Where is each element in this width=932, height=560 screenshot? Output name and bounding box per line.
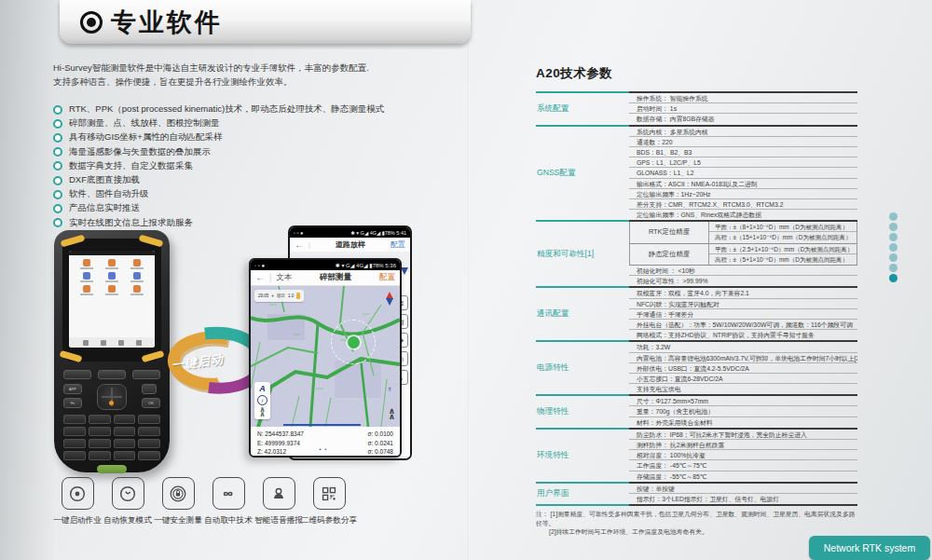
spec-sublabel: 静态定位精度 <box>629 244 709 265</box>
spec-row: 存储温度： -55℃～85℃ <box>629 471 857 482</box>
spec-note: [2]持续工作时间与工作环境、工作温度及电池寿命有关。 <box>536 527 857 537</box>
dot <box>889 243 898 252</box>
voice-person-icon <box>263 477 295 510</box>
coordinate-values: N: 2544537.8347 E: 499999.9374 Z: 42.031… <box>257 430 304 458</box>
spec-row: 防尘防水： IP68；可抗2米水下暂时浸泡，完全防止粉尘进入 <box>629 430 857 440</box>
device-dpad <box>97 384 127 410</box>
lightbulb-icon: ♁ <box>384 384 395 397</box>
feature-text: RTK、PPK（post processed kinematic)技术，即动态后… <box>69 103 384 116</box>
device-key <box>89 451 111 460</box>
device-key <box>89 427 111 436</box>
spec-row: 定位输出频率：GNS、Rinex双格式静态数据 <box>629 210 857 220</box>
feature-badge: 一键启动作业 <box>52 477 103 526</box>
feature-text: 碎部测量、点、线放样、图根控制测量 <box>69 117 220 130</box>
nav-divider: | <box>308 240 310 249</box>
spec-row: 启动时间： 1s <box>629 103 857 114</box>
back-arrow-icon: ← <box>255 273 265 282</box>
brochure-page: 专业软件 Hi-Survey智能测量软件是中海达自主研发设计的专业手簿软件，丰富… <box>0 0 932 560</box>
dot <box>889 223 898 231</box>
spec-row: 外部供电：USB口：直流4.2-5.5VDC/2A <box>629 363 857 374</box>
chip-time: 29:05 <box>258 294 268 298</box>
device-key <box>89 439 111 448</box>
feature-text: 具有移动GIS坐标+属性的自动匹配采样 <box>69 131 222 143</box>
spec-subgroup: RTK定位精度平面：±（8+1×10⁻⁶D）mm（D为被测点间距离）高程：±（1… <box>629 222 857 243</box>
device-dock <box>69 337 155 348</box>
spec-notes: 注： [1]测量精度、可靠性受多种因素干扰，包括卫星几何分布、卫星数、观测时间、… <box>536 510 857 537</box>
clock-icon <box>112 477 144 510</box>
dot <box>889 212 898 221</box>
dot <box>889 233 898 241</box>
nav-divider: | <box>269 273 271 282</box>
intro-text: Hi-Survey智能测量软件是中海达自主研发设计的专业手簿软件，丰富的参数配置… <box>53 61 369 89</box>
back-arrow-icon: ← <box>295 240 304 250</box>
spec-title: A20技术参数 <box>536 65 857 82</box>
device-key <box>63 427 86 436</box>
screen-title: 道路放样 <box>315 239 386 250</box>
receiver-icon <box>296 293 300 299</box>
spec-values: 按键：单按键指示灯：3个LED指示灯：卫星灯、信号灯、电源灯 <box>629 484 857 506</box>
device-app-icon <box>124 259 149 269</box>
feature-badge: 一键安全测量 <box>153 477 203 526</box>
spec-category: 物理特性 <box>536 396 629 430</box>
device-key <box>63 451 86 460</box>
device-led <box>109 401 114 405</box>
spec-row: 高程：±（5+1×10⁻⁶D）mm（D为被测点间距离） <box>709 254 857 265</box>
spec-row: 平面：±（2.5+1×10⁻⁶D）mm（D为被测点间距离） <box>709 244 857 254</box>
feature-text: 海量遥感影像与矢量数据的叠加展示 <box>69 146 211 158</box>
feature-item: 软件、固件自动升级 <box>53 187 384 201</box>
yellow-accent <box>60 350 83 362</box>
yellow-accent <box>139 235 164 248</box>
spec-row: 系统内核： 多星系统内核 <box>629 127 857 137</box>
spec-row: 相对湿度： 100%抗冷凝 <box>629 450 857 460</box>
compass-needle-icon <box>386 292 393 306</box>
spec-group: GNSS配置系统内核： 多星系统内核通道数：220BDS：B1、B2、B3GPS… <box>536 127 857 223</box>
spec-sublines: 平面：±（8+1×10⁻⁶D）mm（D为被测点间距离）高程：±（15+1×10⁻… <box>709 222 857 242</box>
spec-subgroup: 静态定位精度平面：±（2.5+1×10⁻⁶D）mm（D为被测点间距离）高程：±（… <box>629 244 857 266</box>
feature-badge: 智能语音播报 <box>254 477 304 526</box>
bullet-icon <box>53 176 62 185</box>
device-key <box>138 439 160 448</box>
device-key <box>138 415 160 424</box>
feature-badge-label: 一键启动作业 <box>53 515 102 526</box>
map-left-panel: A i ∧∧ <box>254 382 270 419</box>
page-indicator-dots: • • <box>320 445 328 455</box>
feature-item: 海量遥感影像与矢量数据的叠加展示 <box>53 145 384 159</box>
spec-group: 电源特性功耗：3.2W内置电池：高容量锂电池6300mAh/3.7V,可拆卸，单… <box>536 342 857 396</box>
network-rtk-label: Network RTK system <box>809 536 930 560</box>
device-app-icon <box>75 272 100 282</box>
text-mode-button: 文本 <box>276 272 292 283</box>
device-key <box>114 415 136 424</box>
page-title: 专业软件 <box>111 6 223 39</box>
intro-line-2: 支持多种语言、操作便捷，旨在更提升各行业测绘作业效率。 <box>53 75 369 89</box>
phone-statusbar: ◦ ▫ ● ✱ ▾ G◢ 4G◢ ▮78% 5:41 <box>290 227 410 238</box>
info-icon: i <box>257 395 267 405</box>
device-app-icon <box>100 259 125 269</box>
spec-values: 双模蓝牙：双模，蓝牙4.0，向下兼容2.1NFC闪联：实现蓝牙闪触配对手簿通信：… <box>629 288 857 342</box>
current-position-marker <box>331 320 376 364</box>
page-seam <box>468 0 470 560</box>
config-button: 配置 <box>391 239 405 250</box>
device-app-grid <box>69 255 155 295</box>
spec-row: 功耗：3.2W <box>629 342 857 352</box>
phone-screenshot-detail-survey: ◦ ▫ ● ✱ ▾ G◢ 4G◢ ▮78% 5:36 ← | 文本 碎部测量 配… <box>249 258 402 458</box>
feature-text: 数据字典支持、自定义数据采集 <box>69 160 193 172</box>
spec-row: 数据存储： 内置8GB存储器 <box>629 114 857 124</box>
device-key <box>63 439 86 448</box>
spec-group: 用户界面按键：单按键指示灯：3个LED指示灯：卫星灯、信号灯、电源灯 <box>536 484 857 506</box>
page-edge-shade <box>0 0 56 560</box>
yellow-accent <box>61 235 86 248</box>
device-app-icon <box>100 285 125 295</box>
bullet-icon <box>53 218 62 227</box>
device-key <box>114 439 136 448</box>
bullet-icon <box>53 133 62 143</box>
feature-item: 碎部测量、点、线放样、图根控制测量 <box>53 116 384 130</box>
phone-navbar: ← | 文本 碎部测量 配置 <box>251 270 400 286</box>
spec-category: GNSS配置 <box>536 127 629 223</box>
phone-statusbar: ◦ ▫ ● ✱ ▾ G◢ 4G◢ ▮78% 5:36 <box>251 260 400 270</box>
spec-values: RTK定位精度平面：±（8+1×10⁻⁶D）mm（D为被测点间距离）高程：±（1… <box>629 222 857 288</box>
screen-title: 碎部测量 <box>296 272 375 283</box>
bullet-target-icon <box>80 11 103 34</box>
feature-text: 产品信息实时推送 <box>69 202 140 214</box>
feature-badge: 自动取中技术 <box>203 477 254 526</box>
intro-line-1: Hi-Survey智能测量软件是中海达自主研发设计的专业手簿软件，丰富的参数配置… <box>53 61 369 75</box>
